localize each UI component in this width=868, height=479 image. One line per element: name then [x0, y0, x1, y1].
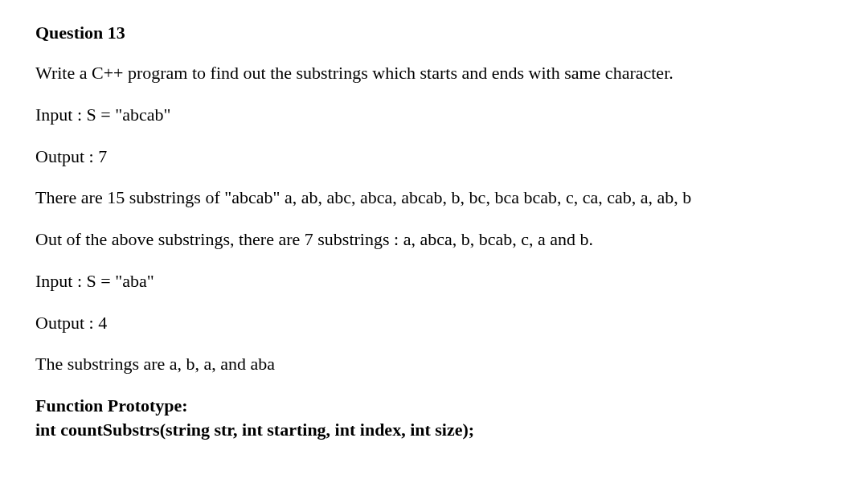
- question-document: Question 13 Write a C++ program to find …: [0, 0, 868, 464]
- question-prompt: Write a C++ program to find out the subs…: [35, 61, 833, 85]
- question-title: Question 13: [35, 23, 833, 43]
- function-prototype-block: Function Prototype: int countSubstrs(str…: [35, 394, 833, 441]
- example1-all-substrings: There are 15 substrings of "abcab" a, ab…: [35, 186, 833, 210]
- example2-output: Output : 4: [35, 311, 833, 335]
- function-prototype-label: Function Prototype:: [35, 394, 833, 418]
- example1-output: Output : 7: [35, 145, 833, 169]
- example1-input: Input : S = "abcab": [35, 103, 833, 127]
- example2-input: Input : S = "aba": [35, 269, 833, 293]
- example2-valid-substrings: The substrings are a, b, a, and aba: [35, 352, 833, 376]
- example1-valid-substrings: Out of the above substrings, there are 7…: [35, 227, 833, 252]
- function-prototype-signature: int countSubstrs(string str, int startin…: [35, 418, 833, 442]
